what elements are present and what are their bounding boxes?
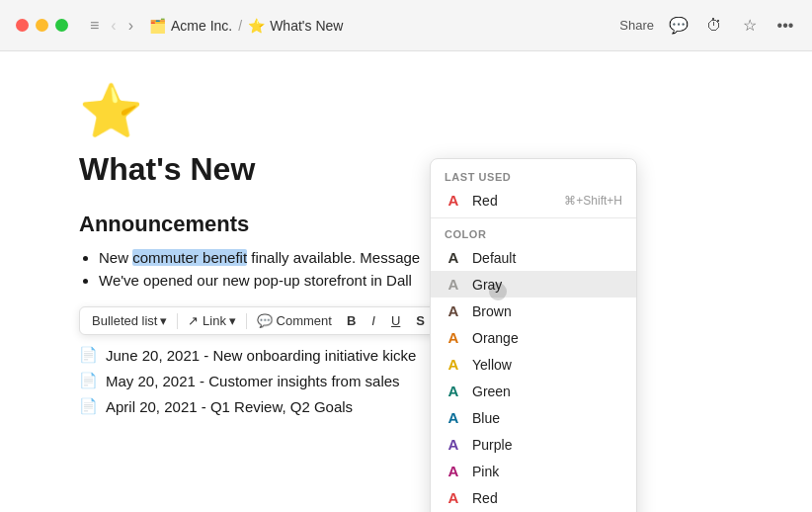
color-letter-A: A: [445, 356, 462, 373]
breadcrumb: 🗂️ Acme Inc. / ⭐ What's New: [149, 18, 608, 34]
link-button[interactable]: ↗ Link ▾: [184, 311, 239, 330]
color-item-default[interactable]: A Default: [431, 244, 636, 271]
titlebar-actions: Share 💬 ⏱ ☆ •••: [619, 15, 796, 37]
list-item: New commuter benefit finally available. …: [99, 249, 733, 266]
document-icon: 📄: [79, 397, 98, 415]
color-item-orange[interactable]: A Orange: [431, 324, 636, 351]
share-label: Share: [619, 18, 654, 33]
page-emoji: ⭐: [79, 81, 733, 141]
color-letter-A: A: [445, 302, 462, 319]
page-breadcrumb[interactable]: ⭐ What's New: [248, 18, 343, 34]
color-letter-A: A: [445, 463, 462, 479]
toolbar-divider-1: [177, 313, 178, 329]
color-letter-A: A: [445, 489, 462, 506]
color-dropdown: LAST USED A Red ⌘+Shift+H COLOR A Defaul…: [430, 158, 637, 512]
nav-buttons: ≡ ‹ ›: [86, 15, 137, 37]
color-item-gray[interactable]: A Gray: [431, 271, 636, 298]
page-icon: ⭐: [248, 18, 265, 34]
color-item-name: Pink: [472, 464, 622, 479]
color-item-name: Yellow: [472, 357, 622, 373]
note-item-text: June 20, 2021 - New onboarding initiativ…: [106, 347, 416, 364]
color-letter-A: A: [445, 436, 462, 453]
color-item-name: Orange: [472, 330, 622, 346]
format-toolbar: Bulleted list ▾ ↗ Link ▾ 💬 Comment B I U…: [79, 306, 439, 335]
back-button[interactable]: ‹: [107, 15, 120, 37]
color-label: COLOR: [431, 222, 636, 244]
announcements-list: New commuter benefit finally available. …: [99, 249, 733, 289]
color-letter-A: A: [445, 276, 462, 293]
workspace-name: Acme Inc.: [171, 18, 232, 34]
color-item-name: Blue: [472, 410, 622, 426]
bulleted-list-label: Bulleted list: [92, 313, 157, 328]
main-content: ⭐ What's New Announcements Bulleted list…: [0, 51, 812, 435]
color-item-yellow[interactable]: A Yellow: [431, 351, 636, 378]
maximize-button[interactable]: [55, 19, 68, 32]
forward-button[interactable]: ›: [124, 15, 137, 37]
bulleted-list-selector[interactable]: Bulleted list ▾: [88, 311, 171, 330]
last-used-label: LAST USED: [431, 165, 636, 187]
minimize-button[interactable]: [36, 19, 48, 32]
note-item-text: May 20, 2021 - Customer insights from sa…: [106, 373, 400, 389]
dropdown-divider: [431, 217, 636, 218]
link-label: ↗ Link: [188, 313, 225, 328]
workspace-breadcrumb[interactable]: 🗂️ Acme Inc.: [149, 18, 232, 34]
breadcrumb-separator: /: [238, 18, 242, 34]
color-item-name: Green: [472, 384, 622, 399]
color-letter-A: A: [445, 329, 462, 346]
chevron-down-icon: ▾: [160, 313, 167, 328]
color-item-blue[interactable]: A Blue: [431, 404, 636, 431]
note-item-text: April 20, 2021 - Q1 Review, Q2 Goals: [106, 398, 353, 415]
titlebar: ≡ ‹ › 🗂️ Acme Inc. / ⭐ What's New Share …: [0, 0, 812, 51]
comment-label: 💬 Comment: [257, 313, 332, 328]
share-button[interactable]: Share: [619, 18, 654, 33]
underline-button[interactable]: U: [386, 311, 405, 330]
italic-button[interactable]: I: [366, 311, 380, 330]
color-letter-A: A: [445, 192, 462, 209]
hamburger-icon[interactable]: ≡: [86, 15, 103, 37]
color-letter-A: A: [445, 383, 462, 399]
color-item-red[interactable]: A Red: [431, 484, 636, 511]
color-item-name: Default: [472, 250, 622, 266]
color-item-last-used[interactable]: A Red ⌘+Shift+H: [431, 187, 636, 213]
color-item-name: Purple: [472, 437, 622, 453]
document-icon: 📄: [79, 372, 98, 389]
document-icon: 📄: [79, 346, 98, 364]
star-icon[interactable]: ☆: [739, 15, 761, 37]
page-breadcrumb-name: What's New: [270, 18, 343, 34]
color-item-green[interactable]: A Green: [431, 378, 636, 404]
color-letter-A: A: [445, 409, 462, 426]
color-item-name: Brown: [472, 303, 622, 319]
clock-icon[interactable]: ⏱: [703, 15, 725, 37]
highlighted-text: commuter benefit: [132, 249, 247, 266]
traffic-lights: [16, 19, 68, 32]
color-letter-A: A: [445, 249, 462, 266]
comment-button[interactable]: 💬 Comment: [253, 311, 336, 330]
color-item-pink[interactable]: A Pink: [431, 458, 636, 484]
color-item-name: Red: [472, 193, 554, 209]
comment-icon[interactable]: 💬: [668, 15, 690, 37]
list-item: We've opened our new pop-up storefront i…: [99, 272, 733, 289]
color-item-name: Red: [472, 490, 622, 506]
color-item-brown[interactable]: A Brown: [431, 298, 636, 324]
more-icon[interactable]: •••: [774, 15, 796, 37]
color-item-purple[interactable]: A Purple: [431, 431, 636, 458]
workspace-icon: 🗂️: [149, 18, 166, 34]
link-chevron-icon: ▾: [229, 313, 236, 328]
strikethrough-button[interactable]: S: [411, 311, 430, 330]
close-button[interactable]: [16, 19, 29, 32]
toolbar-divider-2: [246, 313, 247, 329]
color-item-name: Gray: [472, 277, 622, 293]
color-shortcut: ⌘+Shift+H: [564, 194, 622, 208]
bold-button[interactable]: B: [342, 311, 361, 330]
